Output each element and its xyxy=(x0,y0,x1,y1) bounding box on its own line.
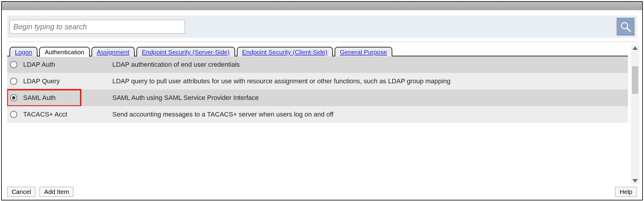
item-description: SAML Auth using SAML Service Provider In… xyxy=(112,94,259,102)
list-item[interactable]: LDAP QueryLDAP query to pull user attrib… xyxy=(7,73,628,90)
list-item[interactable]: TACACS+ AcctSend accounting messages to … xyxy=(7,106,628,123)
help-button[interactable]: Help xyxy=(615,187,637,197)
tab-assignment[interactable]: Assignment xyxy=(92,47,135,56)
search-input[interactable] xyxy=(10,20,185,34)
search-bar xyxy=(7,15,637,38)
title-bar xyxy=(2,2,642,10)
scroll-thumb[interactable] xyxy=(632,66,638,94)
tab-general-purpose[interactable]: General Purpose xyxy=(335,47,393,56)
radio-button[interactable] xyxy=(10,94,17,101)
cancel-button[interactable]: Cancel xyxy=(7,187,35,197)
item-list: LDAP AuthLDAP authentication of end user… xyxy=(7,56,628,184)
add-item-button[interactable]: Add Item xyxy=(40,187,73,197)
radio-button[interactable] xyxy=(10,111,17,118)
search-button[interactable] xyxy=(617,18,634,36)
item-description: LDAP query to pull user attributes for u… xyxy=(112,77,451,85)
tab-endpoint-security-client-side-[interactable]: Endpoint Security (Client-Side) xyxy=(237,47,333,56)
item-description: Send accounting messages to a TACACS+ se… xyxy=(112,111,333,118)
content-area: LogonAuthenticationAssignmentEndpoint Se… xyxy=(2,44,642,184)
item-name: SAML Auth xyxy=(23,94,112,102)
scroll-up-arrow-icon[interactable] xyxy=(632,46,638,50)
item-name: TACACS+ Acct xyxy=(23,111,112,118)
list-item[interactable]: SAML AuthSAML Auth using SAML Service Pr… xyxy=(7,90,628,106)
tabs-row: LogonAuthenticationAssignmentEndpoint Se… xyxy=(7,44,628,56)
radio-button[interactable] xyxy=(10,61,17,68)
tab-authentication[interactable]: Authentication xyxy=(39,47,89,57)
list-item[interactable]: LDAP AuthLDAP authentication of end user… xyxy=(7,56,628,73)
radio-button[interactable] xyxy=(10,78,17,85)
item-name: LDAP Query xyxy=(23,77,112,85)
dialog-window: LogonAuthenticationAssignmentEndpoint Se… xyxy=(1,1,643,200)
scroll-down-arrow-icon[interactable] xyxy=(632,179,638,183)
tab-logon[interactable]: Logon xyxy=(10,47,37,56)
magnifier-icon xyxy=(619,20,632,33)
item-description: LDAP authentication of end user credenti… xyxy=(112,61,240,68)
item-name: LDAP Auth xyxy=(23,61,112,68)
footer: Cancel Add Item Help xyxy=(2,184,642,200)
svg-line-1 xyxy=(627,28,630,31)
vertical-scrollbar[interactable] xyxy=(631,44,639,184)
separator xyxy=(7,42,637,42)
tab-endpoint-security-server-side-[interactable]: Endpoint Security (Server-Side) xyxy=(136,47,235,56)
scroll-track[interactable] xyxy=(631,50,639,179)
